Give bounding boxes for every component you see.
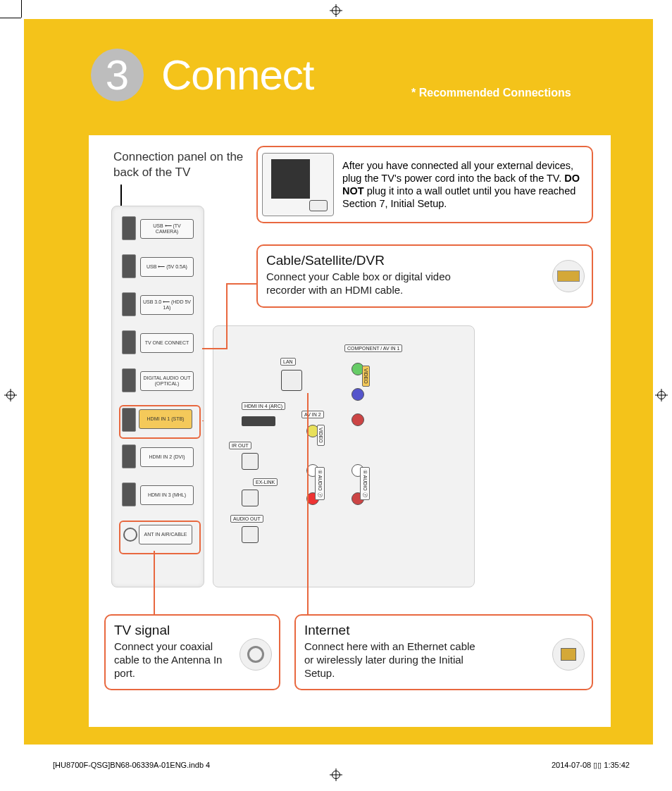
comp-audio-label: ① AUDIO ⓡ bbox=[360, 467, 370, 500]
hdmi4-label: HDMI IN 4 (ARC) bbox=[242, 402, 285, 410]
internet-body: Connect here with an Ethernet cable or w… bbox=[304, 640, 480, 680]
comp-pb-jack bbox=[351, 388, 364, 401]
ethernet-icon bbox=[552, 638, 585, 671]
header: 3 Connect bbox=[91, 49, 313, 101]
coax-icon bbox=[239, 638, 272, 671]
irout-label: IR OUT bbox=[229, 442, 251, 449]
tv-signal-title: TV signal bbox=[114, 623, 270, 638]
page: 3 Connect * Recommended Connections Conn… bbox=[0, 0, 672, 791]
lan-port-highlighted bbox=[281, 370, 302, 391]
video-label: VIDEO bbox=[317, 425, 325, 446]
registration-mark bbox=[4, 389, 17, 401]
exlink-label: EX-LINK bbox=[253, 478, 278, 486]
usb-05a-port: USB ⟵ (5V 0.5A) bbox=[122, 254, 192, 278]
cable-sat-title: Cable/Satellite/DVR bbox=[266, 253, 583, 268]
hdmi4-port bbox=[242, 416, 275, 426]
leader-net bbox=[307, 393, 309, 614]
comp-pr-jack bbox=[351, 413, 364, 426]
footer-filename: [HU8700F-QSG]BN68-06339A-01ENG.indb 4 bbox=[53, 761, 210, 770]
audio-label: ① AUDIO ⓡ bbox=[315, 467, 325, 500]
comp-video-label: VIDEO bbox=[362, 366, 370, 387]
leader-tv bbox=[154, 551, 155, 614]
leader-cable bbox=[226, 283, 228, 349]
hdmi-icon bbox=[552, 260, 585, 292]
one-connect-port: TV ONE CONNECT bbox=[122, 330, 192, 354]
tv-power-icon bbox=[262, 153, 334, 216]
step-number-badge: 3 bbox=[91, 49, 144, 101]
component-label: COMPONENT / AV IN 1 bbox=[344, 344, 402, 352]
caption-leader bbox=[120, 185, 122, 206]
power-note-text: After you have connected all your extern… bbox=[342, 159, 587, 211]
exlink-port bbox=[242, 490, 259, 506]
hdmi2-port: HDMI IN 2 (DVI) bbox=[122, 444, 192, 468]
antenna-port-highlighted: ANT IN AIR/CABLE bbox=[119, 521, 201, 554]
footer: [HU8700F-QSG]BN68-06339A-01ENG.indb 4 20… bbox=[53, 761, 630, 770]
hdmi3-port: HDMI IN 3 (MHL) bbox=[122, 482, 192, 506]
leader-cable bbox=[202, 348, 226, 349]
registration-mark bbox=[330, 4, 342, 17]
crop-mark bbox=[0, 18, 21, 18]
hdmi1-port-highlighted: HDMI IN 1 (STB) bbox=[119, 405, 201, 439]
avin2-label: AV IN 2 bbox=[301, 411, 324, 418]
tv-signal-body: Connect your coaxial cable to the Antenn… bbox=[114, 640, 227, 680]
lan-label: LAN bbox=[280, 358, 296, 366]
audioout-label: AUDIO OUT bbox=[230, 515, 263, 523]
footer-timestamp: 2014-07-08 ▯▯ 1:35:42 bbox=[552, 761, 630, 770]
panel-caption: Connection panel on the back of the TV bbox=[113, 149, 254, 180]
registration-mark bbox=[330, 768, 342, 781]
usb3-port: USB 3.0 ⟵ (HDD 5V 1A) bbox=[122, 292, 192, 316]
internet-title: Internet bbox=[304, 623, 583, 638]
optical-out-port: DIGITAL AUDIO OUT (OPTICAL) bbox=[122, 368, 192, 392]
usb-camera-port: USB ⟵ (TV CAMERA) bbox=[122, 216, 192, 240]
side-port-panel: LAN HDMI IN 4 (ARC) IR OUT EX-LINK AUDIO… bbox=[213, 325, 475, 587]
irout-port bbox=[242, 453, 259, 470]
audioout-port bbox=[242, 526, 259, 543]
rear-port-strip: USB ⟵ (TV CAMERA) USB ⟵ (5V 0.5A) USB 3.… bbox=[111, 206, 204, 587]
internet-callout: Internet Connect here with an Ethernet c… bbox=[294, 614, 593, 690]
yellow-background: 3 Connect * Recommended Connections Conn… bbox=[24, 19, 653, 745]
subtitle: * Recommended Connections bbox=[411, 87, 571, 99]
cable-sat-callout: Cable/Satellite/DVR Connect your Cable b… bbox=[256, 244, 593, 308]
content-card: Connection panel on the back of the TV U… bbox=[89, 135, 611, 727]
power-note: After you have connected all your extern… bbox=[256, 146, 593, 223]
cable-sat-body: Connect your Cable box or digital video … bbox=[266, 270, 471, 297]
crop-mark bbox=[21, 0, 22, 18]
page-title: Connect bbox=[161, 51, 313, 99]
leader-cable bbox=[226, 283, 256, 285]
registration-mark bbox=[655, 389, 668, 401]
tv-signal-callout: TV signal Connect your coaxial cable to … bbox=[104, 614, 280, 690]
